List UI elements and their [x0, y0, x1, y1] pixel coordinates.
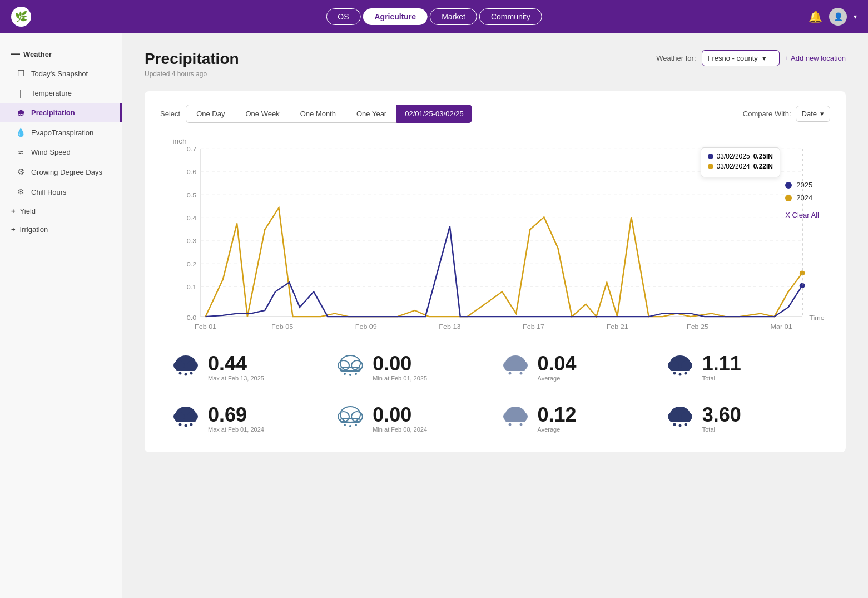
- sidebar-item-growing-degree-days[interactable]: ⚙ Growing Degree Days: [0, 162, 122, 182]
- sidebar-item-todays-snapshot[interactable]: ☐ Today's Snapshot: [0, 63, 122, 83]
- time-btn-one-month[interactable]: One Month: [290, 105, 346, 123]
- svg-point-69: [349, 425, 351, 427]
- stat-value-max-2025: 0.44: [208, 354, 264, 374]
- svg-text:Feb 01: Feb 01: [195, 323, 216, 330]
- tooltip-date-2025: 03/02/2025: [717, 152, 750, 160]
- page-subtitle: Updated 4 hours ago: [145, 70, 239, 78]
- svg-text:0.1: 0.1: [187, 284, 197, 291]
- stat-label-min-2025: Min at Feb 01, 2025: [373, 375, 427, 382]
- legend-label-2025: 2025: [796, 181, 812, 189]
- compare-select[interactable]: Date ▾: [796, 106, 830, 122]
- svg-point-35: [185, 373, 187, 376]
- sidebar-item-precipitation[interactable]: 🌧 Precipitation: [0, 103, 122, 122]
- select-label: Select: [160, 110, 180, 118]
- stat-label-total-2025: Total: [702, 375, 741, 382]
- cloud-icon-dark-4: [666, 404, 695, 433]
- time-btn-one-year[interactable]: One Year: [346, 105, 397, 123]
- sidebar-item-label: Growing Degree Days: [31, 168, 102, 176]
- add-location-link[interactable]: + Add new location: [785, 54, 846, 62]
- app-logo[interactable]: 🌿: [11, 7, 31, 27]
- tooltip-date-2024: 03/02/2024: [717, 162, 750, 170]
- sidebar-group-yield[interactable]: + Yield: [0, 202, 122, 220]
- stat-min-2024: 0.00 Min at Feb 08, 2024: [336, 399, 489, 439]
- svg-text:0.4: 0.4: [187, 215, 197, 222]
- stat-avg-2025: 0.04 Average: [501, 348, 654, 388]
- svg-point-37: [340, 355, 360, 371]
- sidebar-item-label: Chill Hours: [31, 188, 67, 196]
- time-btn-one-week[interactable]: One Week: [235, 105, 290, 123]
- svg-point-55: [678, 373, 681, 376]
- stat-total-2025: 1.11 Total: [666, 348, 819, 388]
- time-btn-date-range[interactable]: 02/01/25-03/02/25: [396, 105, 472, 123]
- svg-point-63: [190, 423, 193, 426]
- nav-tabs: OS Agriculture Market Community: [326, 8, 542, 25]
- title-block: Precipitation Updated 4 hours ago: [145, 50, 239, 78]
- plus-icon: +: [11, 225, 16, 234]
- sidebar-item-chill-hours[interactable]: ❄ Chill Hours: [0, 182, 122, 202]
- svg-point-36: [190, 372, 193, 375]
- tooltip-row-2024: 03/02/2024 0.22IN: [708, 162, 773, 170]
- legend-label-2024: 2024: [796, 194, 812, 202]
- sidebar-item-label: Today's Snapshot: [31, 70, 88, 78]
- tab-market[interactable]: Market: [430, 8, 477, 25]
- notifications-icon[interactable]: 🔔: [809, 10, 822, 23]
- svg-point-48: [508, 372, 511, 375]
- location-value: Fresno - county: [708, 54, 758, 62]
- svg-point-54: [673, 372, 676, 375]
- svg-point-81: [673, 423, 676, 426]
- stats-row-2: 0.69 Max at Feb 01, 2024: [171, 399, 819, 439]
- stat-max-2024: 0.69 Max at Feb 01, 2024: [171, 399, 325, 439]
- svg-text:0.5: 0.5: [187, 191, 197, 199]
- stat-avg-2024: 0.12 Average: [501, 399, 654, 439]
- cloud-icon-medium-2: [501, 404, 530, 433]
- svg-text:Feb 05: Feb 05: [271, 323, 293, 330]
- main-content: Precipitation Updated 4 hours ago Weathe…: [122, 33, 868, 598]
- cloud-icon-light: [336, 353, 365, 382]
- compare-row: Compare With: Date ▾: [743, 106, 830, 122]
- time-btn-one-day[interactable]: One Day: [186, 105, 235, 123]
- tooltip-value-2024: 0.22IN: [753, 162, 773, 170]
- sidebar-item-temperature[interactable]: | Temperature: [0, 83, 122, 103]
- cloud-icon-dark-3: [171, 404, 200, 433]
- sidebar-group-irrigation[interactable]: + Irrigation: [0, 220, 122, 239]
- stat-label-total-2024: Total: [702, 426, 741, 433]
- avatar[interactable]: 👤: [829, 8, 847, 26]
- chill-icon: ❄: [16, 187, 26, 197]
- page-header: Precipitation Updated 4 hours ago Weathe…: [145, 50, 846, 78]
- tab-community[interactable]: Community: [479, 8, 542, 25]
- tab-os[interactable]: OS: [326, 8, 360, 25]
- tooltip-dot-2024: [708, 164, 713, 169]
- svg-point-76: [519, 423, 522, 426]
- tab-agriculture[interactable]: Agriculture: [363, 8, 428, 25]
- svg-point-64: [340, 407, 360, 422]
- cloud-icon-light-2: [336, 404, 365, 433]
- svg-rect-80: [670, 419, 690, 422]
- svg-text:inch: inch: [172, 137, 186, 145]
- chevron-down-icon[interactable]: ▾: [854, 13, 857, 21]
- svg-text:0.0: 0.0: [187, 314, 197, 321]
- cloud-icon-dark: [171, 353, 200, 382]
- sidebar-weather-section: — Weather: [0, 45, 122, 63]
- sidebar-item-evapotranspiration[interactable]: 💧 EvapoTranspiration: [0, 122, 122, 142]
- svg-text:0.7: 0.7: [187, 145, 196, 152]
- sidebar-group-label-yield: Yield: [20, 207, 36, 215]
- sidebar-item-label: Wind Speed: [31, 148, 71, 156]
- stat-min-2025: 0.00 Min at Feb 01, 2025: [336, 348, 489, 388]
- wind-icon: ≈: [16, 147, 26, 157]
- sidebar-item-wind-speed[interactable]: ≈ Wind Speed: [0, 142, 122, 162]
- clear-all-button[interactable]: X Clear All: [785, 211, 819, 219]
- svg-rect-60: [176, 419, 196, 422]
- sidebar-group-label-irrigation: Irrigation: [20, 225, 48, 234]
- location-dropdown[interactable]: Fresno - county ▾: [702, 50, 780, 66]
- stat-label-avg-2024: Average: [538, 426, 577, 433]
- nav-right: 🔔 👤 ▾: [809, 8, 857, 26]
- chart-tooltip: 03/02/2025 0.25IN 03/02/2024 0.22IN: [701, 147, 780, 177]
- chart-card: Select One Day One Week One Month One Ye…: [145, 91, 846, 452]
- svg-point-49: [519, 372, 522, 375]
- stat-value-min-2025: 0.00: [373, 354, 427, 374]
- svg-point-43: [355, 373, 357, 375]
- svg-rect-47: [505, 368, 525, 371]
- stat-value-total-2025: 1.11: [702, 354, 741, 374]
- stat-label-max-2024: Max at Feb 01, 2024: [208, 426, 264, 433]
- page-title: Precipitation: [145, 50, 239, 68]
